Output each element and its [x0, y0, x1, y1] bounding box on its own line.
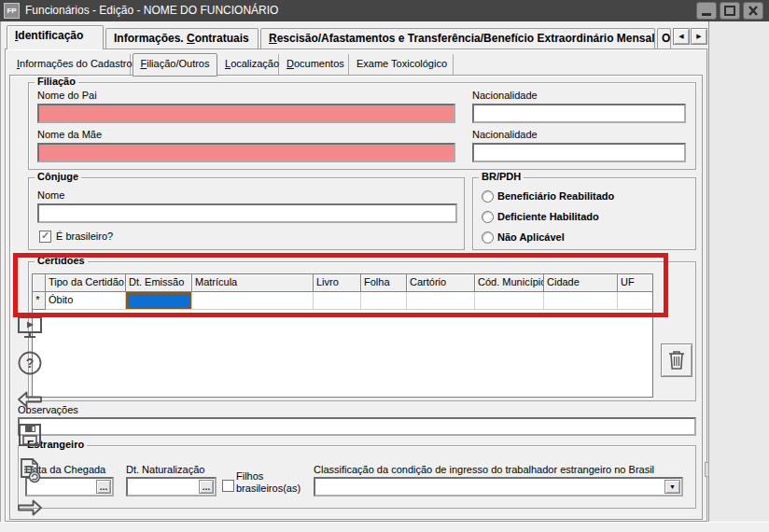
floppy-disk-icon	[17, 422, 43, 448]
subtab-informacoes-do-cadastro[interactable]: Informações do Cadastro	[11, 54, 131, 75]
data-da-chegada-picker-button[interactable]: …	[96, 480, 111, 494]
tab-scroll-right-button[interactable]: ▶	[691, 28, 707, 45]
scroll-right-icon: ▶	[696, 33, 701, 40]
subtab-exame-toxicologico[interactable]: Exame Toxicológico	[351, 54, 454, 75]
close-button[interactable]	[743, 2, 763, 20]
minimize-icon	[699, 5, 714, 17]
deficiente-habilitado-label: Deficiente Habilitado	[497, 211, 599, 222]
application-window: FP Funcionários - Edição - NOME DO FUNCI…	[0, 0, 769, 532]
e-brasileiro-checkbox[interactable]	[39, 231, 51, 243]
classificacao-dropdown[interactable]: ▼	[314, 477, 683, 497]
br-pdh-group-title: BR/PDH	[479, 171, 524, 182]
scroll-left-icon: ◀	[678, 33, 683, 40]
nome-do-pai-label: Nome do Pai	[37, 90, 97, 101]
delete-row-button[interactable]	[661, 343, 692, 377]
title-bar[interactable]: FP Funcionários - Edição - NOME DO FUNCI…	[0, 0, 769, 21]
annotation-highlight	[13, 253, 668, 317]
ellipsis-icon: …	[203, 483, 211, 492]
subtab-filiacao-outros[interactable]: Filiação/Outros	[133, 53, 217, 77]
toolbar-sidebar	[708, 21, 769, 522]
deficiente-habilitado-radio[interactable]	[482, 211, 494, 223]
nome-da-mae-label: Nome da Mãe	[37, 129, 102, 140]
next-button[interactable]	[13, 492, 47, 524]
tab-identificacao[interactable]: Identificação	[7, 25, 104, 49]
arrow-left-icon	[16, 388, 44, 411]
observacoes-input[interactable]	[18, 417, 696, 436]
maximize-icon	[722, 5, 737, 17]
nacionalidade-mae-label: Nacionalidade	[472, 129, 538, 140]
nome-do-pai-input[interactable]	[37, 104, 455, 123]
nacionalidade-mae-input[interactable]	[472, 143, 686, 162]
beneficiario-reabilitado-label: Beneficiário Reabilitado	[497, 190, 614, 202]
dt-naturalizacao-field[interactable]: …	[126, 477, 217, 497]
filhos-brasileiros-checkbox[interactable]	[222, 480, 234, 492]
document-history-button[interactable]	[13, 455, 47, 486]
window-title: Funcionários - Edição - NOME DO FUNCIONÁ…	[25, 4, 278, 17]
conjuge-nome-input[interactable]	[37, 203, 457, 223]
arrow-right-icon	[16, 497, 44, 519]
splitter-handle[interactable]	[705, 462, 709, 477]
question-circle-icon: ?	[17, 350, 43, 376]
save-button[interactable]	[13, 419, 47, 451]
e-brasileiro-label: É brasileiro?	[56, 231, 113, 242]
trash-icon	[666, 349, 687, 371]
subtab-localizacao[interactable]: Localização	[219, 54, 279, 75]
nome-da-mae-input[interactable]	[37, 143, 455, 162]
tab-rescisao-afastamentos[interactable]: Rescisão/Afastamentos e Transferência/Be…	[260, 28, 655, 49]
svg-text:?: ?	[26, 356, 35, 371]
filhos-brasileiros-label: Filhos brasileiros(as)	[236, 470, 309, 495]
nao-aplicavel-radio[interactable]	[482, 231, 494, 244]
tab-informacoes-contratuais[interactable]: Informações. Contratuais	[105, 28, 259, 49]
maximize-button[interactable]	[720, 2, 740, 20]
document-history-icon	[17, 456, 43, 484]
nao-aplicavel-label: Não Aplicável	[497, 231, 565, 243]
nacionalidade-pai-label: Nacionalidade	[472, 90, 538, 101]
filiacao-group-title: Filiação	[35, 76, 78, 87]
previous-button[interactable]	[13, 384, 47, 415]
window-bottom-edge	[0, 522, 769, 532]
help-button[interactable]: ?	[13, 347, 47, 379]
nacionalidade-pai-input[interactable]	[472, 104, 686, 123]
monitor-play-icon	[16, 315, 44, 341]
tab-scroll-left-button[interactable]: ◀	[673, 28, 690, 45]
app-icon: FP	[4, 3, 20, 19]
tab-truncated[interactable]: O	[657, 28, 671, 49]
subtab-documentos[interactable]: Documentos	[281, 54, 349, 75]
chevron-down-icon: ▼	[669, 483, 676, 490]
minimize-button[interactable]	[696, 2, 717, 20]
dt-naturalizacao-label: Dt. Naturalização	[126, 464, 204, 475]
beneficiario-reabilitado-radio[interactable]	[482, 190, 494, 203]
ellipsis-icon: …	[100, 483, 108, 492]
close-icon	[746, 5, 761, 17]
conjuge-group-title: Cônjuge	[35, 171, 81, 182]
dt-naturalizacao-picker-button[interactable]: …	[199, 480, 214, 494]
conjuge-nome-label: Nome	[37, 189, 64, 201]
classificacao-dropdown-button[interactable]: ▼	[664, 480, 680, 494]
classificacao-label: Classificação da condição de ingresso do…	[314, 464, 654, 475]
